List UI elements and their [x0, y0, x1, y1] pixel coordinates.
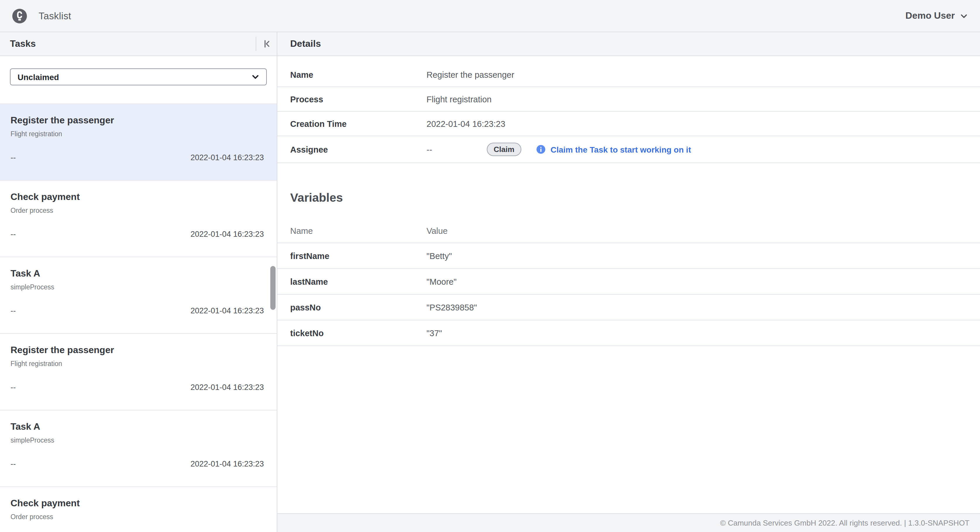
task-title: Task A [11, 268, 264, 279]
task-list: Register the passenger Flight registrati… [0, 103, 277, 532]
detail-row-creation-time: Creation Time 2022-01-04 16:23:23 [277, 112, 980, 136]
tasks-scrollbar-thumb[interactable] [270, 266, 275, 310]
camunda-logo-icon [12, 8, 27, 23]
variable-value: "37" [426, 328, 442, 338]
task-process: simpleProcess [11, 283, 264, 291]
variable-value: "Moore" [426, 277, 457, 286]
detail-row-process: Process Flight registration [277, 87, 980, 112]
variable-row: lastName "Moore" [277, 269, 980, 295]
task-creation-time: 2022-01-04 16:23:23 [191, 383, 264, 392]
task-title: Register the passenger [11, 345, 264, 356]
variable-name: ticketNo [290, 328, 426, 338]
details-content: Name Register the passenger Process Flig… [277, 56, 980, 513]
user-menu[interactable]: Demo User [905, 11, 968, 21]
variable-row: passNo "PS2839858" [277, 295, 980, 320]
task-process: Flight registration [11, 130, 264, 138]
app-window: Tasklist Demo User Tasks [0, 0, 980, 532]
variable-name: passNo [290, 303, 426, 312]
variable-row: firstName "Betty" [277, 243, 980, 269]
task-assignee: -- [11, 153, 16, 162]
field-value: Flight registration [426, 94, 492, 104]
column-header-name: Name [290, 226, 426, 236]
details-panel: Details Name Register the passenger Proc… [277, 32, 980, 532]
task-creation-time: 2022-01-04 16:23:23 [191, 306, 264, 315]
task-list-item[interactable]: Register the passenger Flight registrati… [0, 104, 277, 181]
details-panel-title: Details [290, 38, 980, 49]
field-value: 2022-01-04 16:23:23 [426, 119, 505, 128]
detail-row-name: Name Register the passenger [277, 62, 980, 87]
task-creation-time: 2022-01-04 16:23:23 [191, 230, 264, 238]
field-label: Name [290, 70, 426, 79]
task-process: simpleProcess [11, 436, 264, 444]
collapse-panel-button[interactable] [256, 32, 277, 56]
user-name: Demo User [905, 11, 955, 21]
filter-select[interactable]: Unclaimed [10, 68, 267, 85]
task-creation-time: 2022-01-04 16:23:23 [191, 153, 264, 162]
task-assignee: -- [11, 230, 16, 238]
tasks-panel: Tasks Unclaimed [0, 32, 277, 532]
claim-button[interactable]: Claim [487, 143, 521, 156]
variable-name: lastName [290, 277, 426, 286]
field-value: Register the passenger [426, 70, 514, 79]
task-title: Check payment [11, 497, 264, 509]
claim-hint[interactable]: Claim the Task to start working on it [536, 145, 691, 154]
tasks-panel-header: Tasks [0, 32, 277, 56]
variable-value: "Betty" [426, 251, 452, 260]
detail-row-assignee: Assignee -- Claim Claim the [277, 136, 980, 163]
column-header-value: Value [426, 226, 448, 236]
task-meta: -- 2022-01-04 16:23:23 [11, 306, 264, 315]
variables-title: Variables [290, 190, 980, 205]
task-list-item[interactable]: Check payment Order process -- 2022-01-0… [0, 181, 277, 257]
variables-table: Name Value firstName "Betty" lastName "M… [277, 219, 980, 346]
filter-selected-value: Unclaimed [18, 72, 251, 81]
details-fields: Name Register the passenger Process Flig… [277, 62, 980, 163]
task-title: Check payment [11, 191, 264, 203]
variable-name: firstName [290, 251, 426, 260]
task-assignee: -- [11, 383, 16, 392]
task-list-item[interactable]: Task A simpleProcess -- 2022-01-04 16:23… [0, 257, 277, 334]
footer-copyright: © Camunda Services GmbH 2022. All rights… [720, 519, 969, 527]
task-title: Register the passenger [11, 114, 264, 126]
chevron-down-icon [960, 12, 968, 20]
info-icon [536, 145, 545, 154]
task-assignee: -- [11, 306, 16, 315]
footer: © Camunda Services GmbH 2022. All rights… [277, 513, 980, 532]
field-label: Process [290, 94, 426, 104]
variable-row: ticketNo "37" [277, 320, 980, 346]
task-meta: -- 2022-01-04 16:23:23 [11, 383, 264, 392]
chevron-down-icon [251, 73, 259, 81]
task-process: Order process [11, 513, 264, 521]
task-assignee: -- [11, 459, 16, 468]
app-header: Tasklist Demo User [0, 0, 980, 32]
task-creation-time: 2022-01-04 16:23:23 [191, 459, 264, 468]
tasks-panel-title: Tasks [0, 38, 256, 49]
field-value: -- [426, 145, 487, 154]
collapse-left-icon [262, 39, 271, 49]
task-process: Order process [11, 206, 264, 214]
task-title: Task A [11, 421, 264, 433]
task-list-item[interactable]: Register the passenger Flight registrati… [0, 334, 277, 410]
app-title: Tasklist [39, 10, 71, 21]
claim-hint-text: Claim the Task to start working on it [550, 145, 691, 154]
variables-table-header: Name Value [277, 219, 980, 243]
task-meta: -- 2022-01-04 16:23:23 [11, 230, 264, 238]
main-area: Tasks Unclaimed [0, 32, 980, 532]
field-label: Assignee [290, 145, 426, 154]
task-meta: -- 2022-01-04 16:23:23 [11, 153, 264, 162]
task-filter-area: Unclaimed [0, 56, 277, 103]
task-meta: -- 2022-01-04 16:23:23 [11, 459, 264, 468]
task-list-item[interactable]: Check payment Order process [0, 487, 277, 532]
task-process: Flight registration [11, 359, 264, 368]
details-panel-header: Details [277, 32, 980, 56]
variable-value: "PS2839858" [426, 303, 477, 312]
field-label: Creation Time [290, 119, 426, 128]
task-list-item[interactable]: Task A simpleProcess -- 2022-01-04 16:23… [0, 410, 277, 487]
